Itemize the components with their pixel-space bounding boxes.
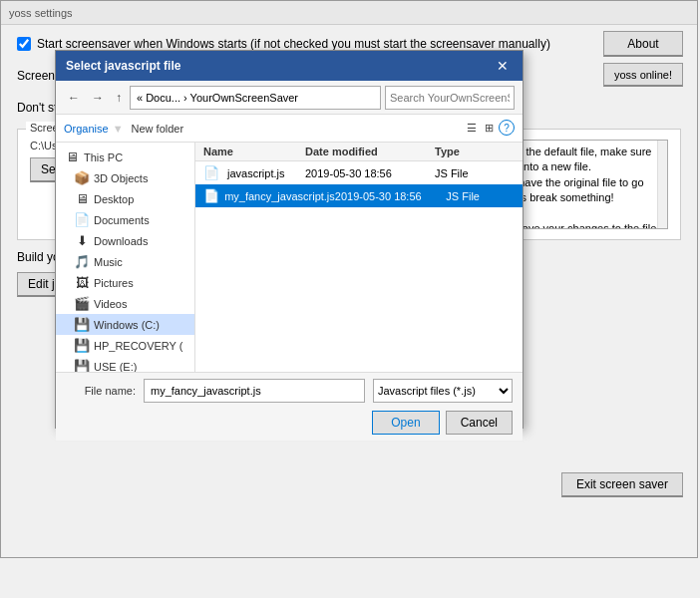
toolbar-divider: ▼ bbox=[113, 123, 124, 135]
file-header: Name Date modified Type bbox=[195, 143, 523, 161]
file-name: my_fancy_javascript.js bbox=[224, 190, 335, 202]
nav-back-button[interactable]: ← bbox=[64, 89, 84, 107]
filename-label: File name: bbox=[66, 385, 136, 397]
view-list-button[interactable]: ☰ bbox=[464, 120, 480, 137]
dialog-title-bar: Select javascript file ✕ bbox=[56, 51, 523, 81]
filename-row: File name: Javascript files (*.js) bbox=[66, 379, 513, 403]
nav-forward-button[interactable]: → bbox=[88, 89, 108, 107]
nav-item-videos[interactable]: 🎬Videos bbox=[56, 293, 194, 314]
view-help-button[interactable]: ? bbox=[499, 120, 515, 136]
cancel-button[interactable]: Cancel bbox=[446, 411, 513, 435]
file-dialog: Select javascript file ✕ ← → ↑ « Docu...… bbox=[55, 50, 524, 429]
file-row[interactable]: 📄 javascript.js 2019-05-30 18:56 JS File bbox=[195, 161, 523, 184]
file-name: javascript.js bbox=[227, 167, 305, 179]
view-icons: ☰ ⊞ ? bbox=[464, 120, 515, 137]
view-details-button[interactable]: ⊞ bbox=[482, 120, 497, 137]
dialog-body: 🖥This PC📦3D Objects🖥Desktop📄Documents⬇Do… bbox=[56, 143, 523, 372]
nav-icon: 🎵 bbox=[74, 254, 90, 269]
exit-screensaver-button[interactable]: Exit screen saver bbox=[561, 472, 683, 497]
nav-icon: 🖼 bbox=[74, 275, 90, 290]
nav-icon: 🖥 bbox=[64, 150, 80, 164]
col-name: Name bbox=[203, 146, 305, 157]
title-bar: yoss settings bbox=[1, 1, 697, 25]
file-type: JS File bbox=[435, 167, 515, 179]
search-input[interactable] bbox=[385, 86, 515, 110]
start-screensaver-checkbox[interactable] bbox=[17, 37, 31, 51]
file-row[interactable]: 📄 my_fancy_javascript.js 2019-05-30 18:5… bbox=[195, 184, 523, 207]
nav-icon: 💾 bbox=[74, 317, 90, 332]
file-date: 2019-05-30 18:56 bbox=[335, 190, 447, 202]
file-type: JS File bbox=[446, 190, 515, 202]
nav-item-music[interactable]: 🎵Music bbox=[56, 251, 194, 272]
checkbox-row: Start screensaver when Windows starts (i… bbox=[17, 37, 681, 51]
nav-item-pictures[interactable]: 🖼Pictures bbox=[56, 272, 194, 293]
nav-icon: 💾 bbox=[74, 338, 90, 353]
dialog-toolbar: Organise ▼ New folder ☰ ⊞ ? bbox=[56, 115, 523, 143]
file-pane: Name Date modified Type 📄 javascript.js … bbox=[195, 143, 523, 372]
organise-link[interactable]: Organise bbox=[64, 123, 109, 135]
file-icon: 📄 bbox=[203, 188, 220, 203]
file-date: 2019-05-30 18:56 bbox=[305, 167, 435, 179]
nav-icon: 🎬 bbox=[74, 296, 90, 311]
nav-icon: 📦 bbox=[74, 170, 90, 185]
checkbox-label: Start screensaver when Windows starts (i… bbox=[37, 37, 550, 51]
dialog-footer: File name: Javascript files (*.js) Open … bbox=[56, 372, 523, 441]
dialog-close-button[interactable]: ✕ bbox=[493, 59, 513, 73]
filetype-select[interactable]: Javascript files (*.js) bbox=[373, 379, 513, 403]
file-list: 📄 javascript.js 2019-05-30 18:56 JS File… bbox=[195, 161, 523, 207]
nav-item-this-pc[interactable]: 🖥This PC bbox=[56, 147, 194, 167]
nav-item-hp-recovery--[interactable]: 💾HP_RECOVERY ( bbox=[56, 335, 194, 356]
nav-item-3d-objects[interactable]: 📦3D Objects bbox=[56, 167, 194, 188]
nav-pane: 🖥This PC📦3D Objects🖥Desktop📄Documents⬇Do… bbox=[56, 143, 195, 372]
nav-item-desktop[interactable]: 🖥Desktop bbox=[56, 188, 194, 209]
yoss-online-button[interactable]: yoss online! bbox=[603, 63, 683, 87]
col-date: Date modified bbox=[305, 146, 435, 157]
open-button[interactable]: Open bbox=[372, 411, 439, 435]
nav-icon: 💾 bbox=[74, 359, 90, 372]
window-title: yoss settings bbox=[9, 7, 73, 19]
filename-input[interactable] bbox=[144, 379, 365, 403]
nav-icon: 🖥 bbox=[74, 191, 90, 206]
col-type: Type bbox=[435, 146, 515, 157]
breadcrumb-text: « Docu... › YourOwnScreenSaver bbox=[137, 92, 298, 104]
nav-item-windows--c--[interactable]: 💾Windows (C:) bbox=[56, 314, 194, 335]
nav-item-downloads[interactable]: ⬇Downloads bbox=[56, 230, 194, 251]
nav-up-button[interactable]: ↑ bbox=[112, 89, 126, 107]
nav-item-use--e--[interactable]: 💾USE (E:) bbox=[56, 356, 194, 372]
nav-icon: ⬇ bbox=[74, 233, 90, 248]
dialog-nav-bar: ← → ↑ « Docu... › YourOwnScreenSaver bbox=[56, 81, 523, 115]
dialog-title: Select javascript file bbox=[66, 59, 180, 73]
breadcrumb[interactable]: « Docu... › YourOwnScreenSaver bbox=[130, 86, 381, 110]
nav-icon: 📄 bbox=[74, 212, 90, 227]
nav-item-documents[interactable]: 📄Documents bbox=[56, 209, 194, 230]
file-icon: 📄 bbox=[203, 165, 223, 180]
new-folder-button[interactable]: New folder bbox=[128, 121, 188, 137]
about-button[interactable]: About bbox=[603, 31, 683, 57]
hint-scrollbar[interactable] bbox=[657, 141, 667, 228]
footer-actions: Open Cancel bbox=[66, 409, 513, 435]
